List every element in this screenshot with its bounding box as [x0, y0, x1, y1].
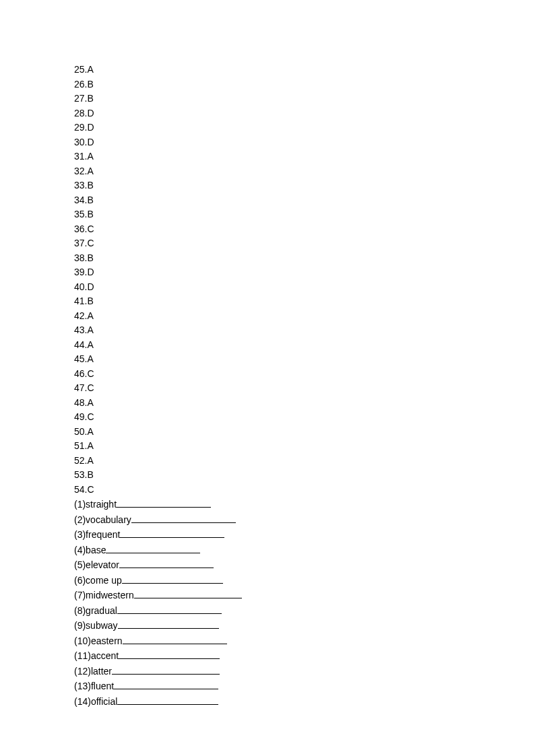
answer-line: 54.C [74, 483, 535, 497]
answer-text: 35.B [74, 209, 94, 219]
answer-line: 50.A [74, 425, 535, 440]
answer-line: 37.C [74, 236, 535, 251]
answer-line: 34.B [74, 193, 535, 208]
answer-line: 49.C [74, 410, 535, 425]
answer-text: 49.C [74, 411, 94, 422]
answer-text: 50.A [74, 426, 94, 437]
answer-text: 53.B [74, 469, 94, 480]
blank-underline [117, 694, 218, 705]
answer-line: 46.C [74, 367, 535, 382]
blank-label: (1)straight [74, 499, 117, 510]
blank-line: (9)subway [74, 618, 535, 633]
blank-label: (2)vocabulary [74, 514, 131, 525]
answer-text: 37.C [74, 238, 94, 248]
answer-text: 39.D [74, 267, 94, 277]
blank-underline [134, 588, 242, 598]
answer-line: 44.A [74, 338, 535, 353]
answer-text: 46.C [74, 368, 94, 379]
document-body: 25.A26.B27.B28.D29.D30.D31.A32.A33.B34.B… [74, 63, 535, 709]
blank-underline [106, 543, 200, 553]
answer-line: 41.B [74, 294, 535, 309]
answer-text: 41.B [74, 296, 94, 306]
answer-line: 45.A [74, 352, 535, 367]
answer-text: 43.A [74, 324, 94, 335]
answer-line: 38.B [74, 251, 535, 266]
blank-line: (7)midwestern [74, 588, 535, 603]
answer-text: 42.A [74, 310, 94, 321]
blank-label: (9)subway [74, 620, 118, 631]
answer-line: 26.B [74, 77, 535, 92]
blank-line: (1)straight [74, 497, 535, 512]
answer-text: 38.B [74, 252, 94, 263]
blank-line: (4)base [74, 543, 535, 558]
blank-underline [131, 512, 236, 523]
blank-underline [117, 603, 222, 614]
answer-line: 39.D [74, 265, 535, 280]
blank-underline [119, 648, 220, 659]
answer-text: 45.A [74, 353, 94, 364]
blank-underline [118, 618, 219, 629]
answer-line: 42.A [74, 309, 535, 324]
answer-text: 47.C [74, 382, 94, 393]
blank-label: (13)fluent [74, 681, 114, 691]
blank-underline [119, 557, 214, 568]
blank-underline [122, 573, 223, 584]
blank-line: (3)frequent [74, 527, 535, 543]
answer-text: 44.A [74, 339, 94, 350]
answer-line: 30.D [74, 135, 535, 150]
blank-line: (10)eastern [74, 633, 535, 649]
answer-text: 31.A [74, 151, 94, 162]
answer-text: 52.A [74, 455, 94, 466]
blank-underline [120, 527, 224, 538]
answer-line: 25.A [74, 63, 535, 77]
answer-line: 52.A [74, 454, 535, 469]
blank-label: (5)elevator [74, 559, 119, 570]
blank-label: (12)latter [74, 666, 112, 677]
blank-label: (3)frequent [74, 529, 120, 540]
answer-text: 36.C [74, 224, 94, 234]
blank-underline [123, 633, 227, 644]
answer-line: 27.B [74, 92, 535, 106]
answer-line: 40.D [74, 280, 535, 295]
answer-text: 29.D [74, 122, 94, 133]
blank-line: (14)official [74, 694, 535, 710]
blank-underline [114, 679, 218, 689]
answer-text: 54.C [74, 484, 94, 495]
blank-label: (8)gradual [74, 605, 117, 616]
answer-line: 43.A [74, 323, 535, 338]
blank-line: (2)vocabulary [74, 512, 535, 528]
answer-line: 36.C [74, 222, 535, 237]
answer-text: 30.D [74, 137, 94, 147]
blank-underline [112, 664, 220, 675]
answer-line: 53.B [74, 468, 535, 483]
answer-text: 48.A [74, 397, 94, 408]
answer-text: 25.A [74, 64, 94, 75]
blank-label: (11)accent [74, 650, 119, 661]
answer-line: 51.A [74, 439, 535, 454]
blank-label: (14)official [74, 696, 117, 707]
blank-line: (11)accent [74, 648, 535, 664]
blank-label: (6)come up [74, 575, 122, 586]
answer-line: 35.B [74, 207, 535, 222]
answer-line: 31.A [74, 149, 535, 164]
answer-text: 51.A [74, 440, 94, 451]
blank-label: (7)midwestern [74, 590, 134, 600]
answer-line: 33.B [74, 178, 535, 193]
answer-text: 27.B [74, 93, 94, 104]
blank-label: (10)eastern [74, 635, 123, 646]
blank-line: (13)fluent [74, 679, 535, 694]
blank-line: (5)elevator [74, 557, 535, 573]
blank-line: (6)come up [74, 573, 535, 588]
answer-text: 33.B [74, 180, 94, 191]
answer-line: 32.A [74, 164, 535, 179]
blank-label: (4)base [74, 545, 106, 555]
answer-line: 29.D [74, 121, 535, 135]
answer-text: 28.D [74, 108, 94, 118]
blank-underline [117, 497, 211, 508]
answer-text: 34.B [74, 195, 94, 205]
blank-line: (12)latter [74, 664, 535, 679]
answer-text: 32.A [74, 166, 94, 176]
answer-line: 47.C [74, 381, 535, 396]
answer-line: 48.A [74, 396, 535, 411]
answer-text: 26.B [74, 79, 94, 90]
